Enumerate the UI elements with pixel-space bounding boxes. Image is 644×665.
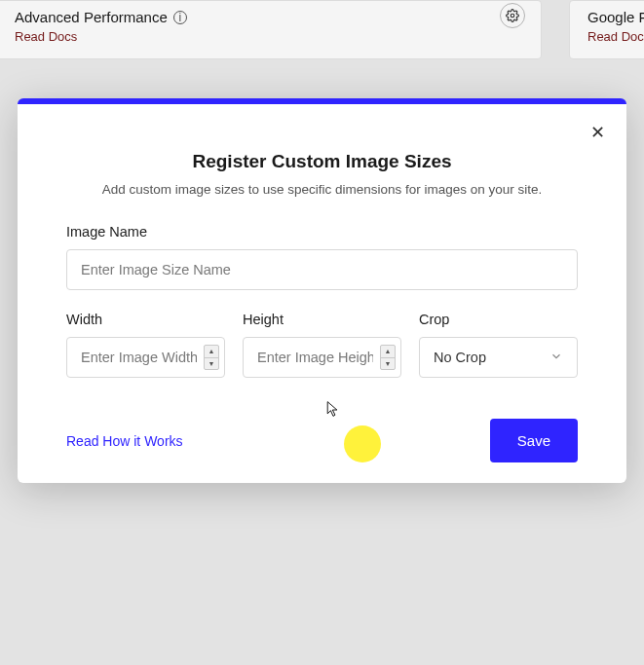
height-label: Height	[243, 312, 401, 327]
width-stepper[interactable]: ▲▼	[204, 345, 219, 370]
width-input[interactable]	[66, 337, 225, 378]
image-name-label: Image Name	[66, 224, 578, 240]
chevron-down-icon	[549, 350, 563, 366]
height-stepper[interactable]: ▲▼	[380, 345, 396, 370]
image-name-input[interactable]	[66, 249, 578, 290]
save-button[interactable]: Save	[490, 419, 578, 462]
image-sizes-modal: ✕ Register Custom Image Sizes Add custom…	[18, 98, 626, 483]
modal-title: Register Custom Image Sizes	[66, 151, 578, 172]
crop-label: Crop	[419, 312, 578, 327]
modal-overlay: ✕ Register Custom Image Sizes Add custom…	[0, 0, 644, 665]
crop-select[interactable]: No Crop	[419, 337, 578, 378]
modal-subtitle: Add custom image sizes to use specific d…	[66, 182, 578, 197]
help-link[interactable]: Read How it Works	[66, 433, 183, 449]
close-icon[interactable]: ✕	[590, 124, 605, 141]
crop-selected-value: No Crop	[434, 350, 486, 365]
height-input[interactable]	[243, 337, 401, 378]
width-label: Width	[66, 312, 225, 327]
